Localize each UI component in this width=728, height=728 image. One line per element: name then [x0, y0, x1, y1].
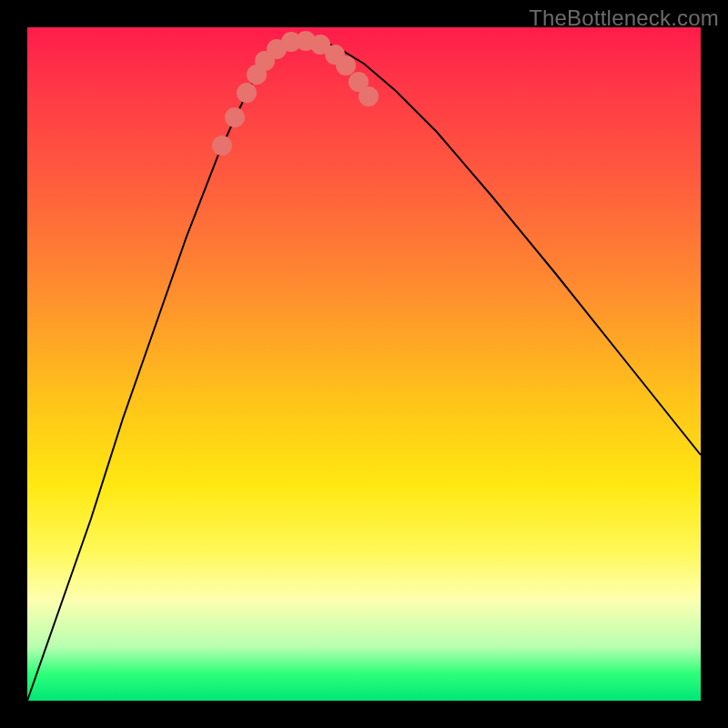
marker-dot	[237, 83, 257, 103]
chart-frame	[27, 27, 701, 701]
marker-dot	[336, 56, 356, 76]
marker-dot	[225, 107, 245, 127]
marker-dot	[359, 86, 379, 106]
marker-dot	[212, 136, 232, 156]
markers-svg	[27, 27, 701, 701]
